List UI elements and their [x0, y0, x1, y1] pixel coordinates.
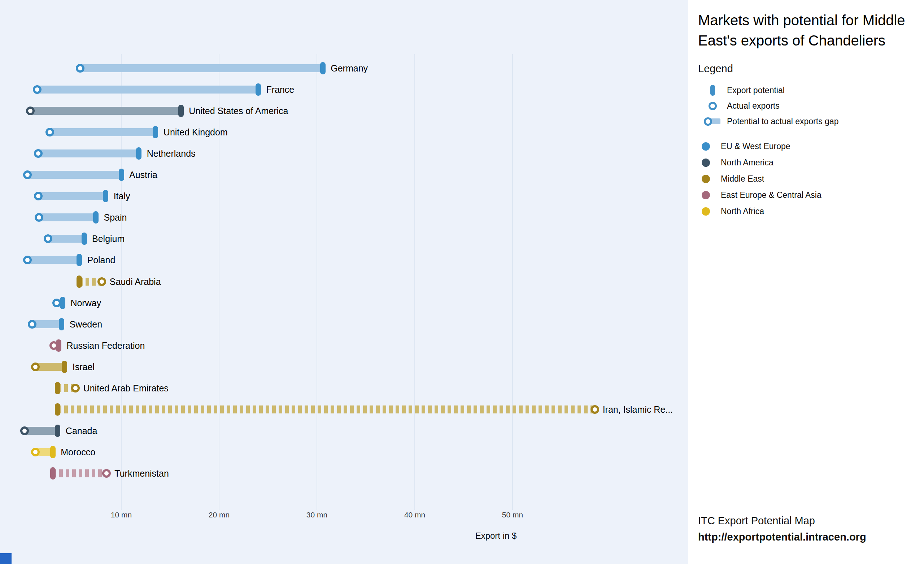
potential-marker[interactable] [76, 275, 82, 288]
gap-bar[interactable] [50, 128, 156, 136]
market-label: France [266, 84, 294, 95]
actual-marker[interactable] [98, 277, 106, 286]
group-color-dot [702, 142, 710, 150]
gap-bar[interactable] [37, 86, 258, 93]
gridline [414, 54, 415, 510]
market-label: United Arab Emirates [83, 383, 168, 394]
footer-url[interactable]: http://exportpotential.intracen.org [698, 529, 866, 545]
group-label: North America [721, 158, 774, 167]
actual-marker[interactable] [28, 320, 36, 329]
market-label: Norway [70, 298, 101, 308]
actual-marker[interactable] [34, 192, 43, 200]
potential-marker[interactable] [59, 318, 64, 330]
market-label: Austria [129, 169, 158, 180]
actual-marker[interactable] [52, 299, 61, 307]
actual-marker[interactable] [71, 384, 80, 393]
legend-item: Actual exports [698, 100, 914, 111]
gap-bar[interactable] [58, 406, 595, 414]
potential-marker[interactable] [55, 403, 60, 416]
legend-title: Legend [698, 63, 914, 75]
market-label: Belgium [92, 233, 124, 244]
axis-tick-label: 40 mn [390, 511, 440, 519]
group-color-dot [702, 158, 710, 167]
actual-marker[interactable] [591, 405, 599, 414]
legend-group-list: EU & West EuropeNorth AmericaMiddle East… [698, 142, 914, 215]
actual-marker[interactable] [44, 234, 52, 243]
market-label: United Kingdom [164, 127, 228, 138]
gap-bar[interactable] [32, 320, 62, 328]
legend-item-label: Actual exports [727, 101, 780, 111]
corner-accent [0, 553, 12, 564]
market-label: Morocco [61, 447, 95, 457]
actual-marker[interactable] [31, 448, 40, 456]
potential-marker[interactable] [76, 254, 82, 266]
legend-group-item: North Africa [698, 207, 914, 215]
potential-marker[interactable] [50, 446, 56, 458]
gap-bar[interactable] [27, 256, 80, 264]
gridline [219, 54, 219, 510]
gap-bar[interactable] [48, 235, 84, 243]
potential-marker[interactable] [178, 105, 184, 117]
legend-item-label: Export potential [727, 86, 784, 95]
potential-marker[interactable] [93, 211, 99, 224]
potential-marker[interactable] [119, 168, 124, 181]
potential-marker[interactable] [55, 425, 60, 437]
potential-marker[interactable] [153, 126, 158, 138]
axis-tick-label: 10 mn [96, 511, 147, 519]
export-potential-icon [710, 85, 715, 96]
potential-marker[interactable] [103, 190, 108, 202]
actual-marker[interactable] [26, 107, 34, 115]
gap-bar[interactable] [80, 64, 322, 72]
page-title: Markets with potential for Middle East's… [698, 10, 912, 51]
potential-marker[interactable] [255, 83, 261, 96]
gap-bar[interactable] [38, 192, 106, 200]
actual-marker[interactable] [76, 64, 84, 72]
potential-marker[interactable] [55, 382, 60, 394]
market-label: United States of America [189, 105, 288, 116]
market-label: Poland [87, 254, 115, 265]
gap-bar[interactable] [53, 469, 106, 477]
gap-bar[interactable] [27, 171, 121, 179]
panel-footer: ITC Export Potential Map http://exportpo… [698, 513, 866, 545]
legend-marker-list: Export potentialActual exportsPotential … [698, 85, 914, 127]
group-label: North Africa [721, 206, 764, 216]
potential-marker[interactable] [136, 147, 141, 159]
group-color-dot [702, 207, 710, 215]
exports-gap-icon [704, 117, 721, 126]
legend-icon-box [698, 102, 727, 110]
gap-bar[interactable] [39, 214, 96, 221]
potential-marker[interactable] [82, 233, 87, 245]
actual-marker[interactable] [23, 170, 32, 179]
gap-bar[interactable] [30, 107, 181, 115]
gap-bar[interactable] [35, 363, 64, 371]
actual-marker[interactable] [34, 149, 43, 158]
market-label: Canada [66, 426, 98, 436]
market-label: Italy [114, 191, 130, 202]
gap-bar[interactable] [24, 427, 58, 435]
group-label: EU & West Europe [721, 141, 790, 151]
actual-marker[interactable] [50, 341, 58, 350]
market-label: Sweden [70, 319, 102, 330]
group-color-dot [702, 191, 710, 199]
potential-marker[interactable] [62, 361, 67, 373]
group-label: East Europe & Central Asia [721, 190, 822, 200]
actual-marker[interactable] [33, 85, 42, 94]
legend-group-item: EU & West Europe [698, 142, 914, 150]
axis-title: Export in $ [438, 531, 554, 541]
legend-group-item: North America [698, 158, 914, 167]
legend-icon-box [698, 117, 727, 126]
group-label: Middle East [721, 174, 764, 184]
actual-marker[interactable] [20, 426, 29, 435]
actual-marker[interactable] [102, 469, 111, 478]
actual-marker[interactable] [31, 362, 40, 371]
chart-canvas: Export in $ 10 mn20 mn30 mn40 mn50 mnGer… [0, 0, 688, 564]
potential-marker[interactable] [320, 62, 326, 74]
potential-marker[interactable] [50, 467, 56, 480]
gap-bar[interactable] [38, 149, 139, 158]
market-label: Germany [331, 63, 368, 74]
actual-exports-icon [708, 102, 717, 110]
gridline [512, 54, 513, 510]
footer-app-name: ITC Export Potential Map [698, 513, 866, 529]
legend-group-item: Middle East [698, 174, 914, 183]
axis-tick-label: 50 mn [487, 511, 538, 519]
